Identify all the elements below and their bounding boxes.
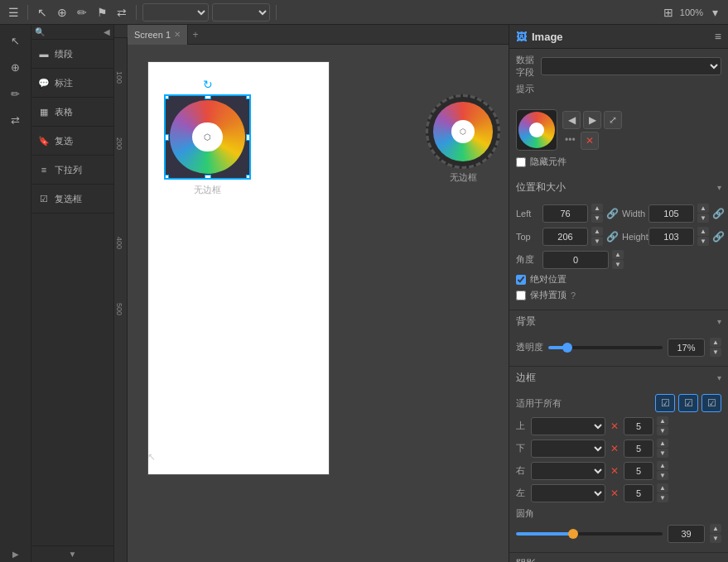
search-component[interactable]: 🔍 xyxy=(35,27,104,36)
left-down[interactable]: ▼ xyxy=(591,214,603,223)
border-top-value[interactable] xyxy=(624,417,653,435)
border-left-value[interactable] xyxy=(624,484,653,502)
resize-tc[interactable] xyxy=(205,94,211,99)
component-expand[interactable]: ▼ xyxy=(69,550,77,559)
height-up[interactable]: ▲ xyxy=(697,227,709,236)
border-check-3[interactable]: ☑ xyxy=(701,394,721,412)
section-书签[interactable]: 🔖 复选 xyxy=(31,130,113,151)
sidebar-pointer[interactable]: ↖ xyxy=(3,28,28,53)
left-sidebar-collapse[interactable]: ▶ xyxy=(12,550,19,559)
width-up[interactable]: ▲ xyxy=(697,204,709,213)
border-left-style[interactable] xyxy=(531,484,605,502)
corner-slider[interactable] xyxy=(516,532,663,536)
border-right-value[interactable] xyxy=(624,462,653,480)
section-标注[interactable]: 💬 标注 xyxy=(31,72,113,94)
canvas-viewport[interactable]: ↻ ⬡ 无边框 xyxy=(114,45,509,562)
image-more-icon[interactable]: ••• xyxy=(562,132,578,150)
angle-up[interactable]: ▲ xyxy=(612,250,624,259)
sidebar-paint[interactable]: ✏ xyxy=(3,81,28,106)
left-input[interactable]: 76 xyxy=(542,204,588,223)
corner-down[interactable]: ▼ xyxy=(710,534,721,543)
border-top-down[interactable]: ▼ xyxy=(657,426,668,435)
border-bottom-down[interactable]: ▼ xyxy=(657,449,668,458)
corner-up[interactable]: ▲ xyxy=(710,524,721,533)
opacity-slider[interactable] xyxy=(548,346,663,349)
opacity-down[interactable]: ▼ xyxy=(710,348,721,357)
section-下拉[interactable]: ≡ 下拉列 xyxy=(31,159,113,180)
resize-mr[interactable] xyxy=(246,134,251,141)
zoom-icon[interactable]: ⊞ xyxy=(660,4,677,21)
border-bottom-up[interactable]: ▲ xyxy=(657,439,668,448)
image-expand-btn[interactable]: ⤢ xyxy=(604,111,622,129)
sidebar-link[interactable]: ⇄ xyxy=(3,108,28,132)
angle-down[interactable]: ▼ xyxy=(612,260,624,269)
data-field-select[interactable] xyxy=(541,57,721,75)
section-复选框[interactable]: ☑ 复选框 xyxy=(31,188,113,209)
image-thumbnail[interactable] xyxy=(516,109,557,151)
height-link-icon[interactable]: 🔗 xyxy=(712,231,725,243)
component-collapse[interactable]: ◀ xyxy=(104,27,110,36)
border-right-up[interactable]: ▲ xyxy=(657,461,668,470)
section-表格[interactable]: ▦ 表格 xyxy=(31,101,113,122)
border-left-down[interactable]: ▼ xyxy=(657,493,668,502)
section-绩段[interactable]: ▬ 绩段 xyxy=(31,43,113,65)
flag-tool[interactable]: ⚑ xyxy=(94,4,110,21)
hide-element-checkbox[interactable] xyxy=(516,157,526,167)
font-style-select[interactable]: Regular xyxy=(212,3,270,22)
width-down[interactable]: ▼ xyxy=(697,214,709,223)
height-down[interactable]: ▼ xyxy=(697,237,709,246)
image-next-btn[interactable]: ▶ xyxy=(583,111,601,129)
connect-tool[interactable]: ⇄ xyxy=(113,4,130,21)
panel-menu-button[interactable]: ≡ xyxy=(715,30,721,43)
width-input[interactable] xyxy=(648,204,694,223)
search-tool[interactable]: ⊕ xyxy=(54,4,70,21)
opacity-thumb[interactable] xyxy=(562,343,572,353)
resize-tr[interactable] xyxy=(246,94,251,99)
border-right-down[interactable]: ▼ xyxy=(657,471,668,480)
corner-thumb[interactable] xyxy=(568,529,578,539)
height-input[interactable] xyxy=(648,228,694,246)
angle-input[interactable] xyxy=(542,251,609,269)
border-check-2[interactable]: ☑ xyxy=(678,394,698,412)
resize-tl[interactable] xyxy=(164,94,169,99)
opacity-up[interactable]: ▲ xyxy=(710,338,721,347)
background-section-header[interactable]: 背景 ▾ xyxy=(509,310,728,333)
left-link-icon[interactable]: 🔗 xyxy=(606,208,619,219)
pin-help-icon[interactable]: ? xyxy=(571,291,576,300)
top-input[interactable] xyxy=(542,228,588,246)
top-link-icon[interactable]: 🔗 xyxy=(606,231,619,243)
menu-icon[interactable]: ☰ xyxy=(5,4,22,21)
screen-tab-1[interactable]: Screen 1 ✕ xyxy=(128,25,188,45)
pointer-tool[interactable]: ↖ xyxy=(34,4,51,21)
absolute-pos-checkbox[interactable] xyxy=(516,275,526,285)
tab-close-icon[interactable]: ✕ xyxy=(174,30,181,39)
border-top-style[interactable] xyxy=(531,417,605,435)
resize-ml[interactable] xyxy=(164,134,169,141)
position-section-header[interactable]: 位置和大小 ▾ xyxy=(509,176,728,199)
width-link-icon[interactable]: 🔗 xyxy=(712,208,725,219)
resize-br[interactable] xyxy=(246,175,251,180)
border-bottom-style[interactable] xyxy=(531,440,605,458)
paint-tool[interactable]: ✏ xyxy=(74,4,90,21)
border-section-header[interactable]: 边框 ▾ xyxy=(509,367,728,389)
shadow-section-header[interactable]: 阴影 ▾ xyxy=(509,553,728,562)
top-up[interactable]: ▲ xyxy=(591,227,603,236)
border-check-1[interactable]: ☑ xyxy=(655,394,675,412)
sidebar-search[interactable]: ⊕ xyxy=(3,55,28,79)
left-up[interactable]: ▲ xyxy=(591,204,603,213)
border-left-up[interactable]: ▲ xyxy=(657,483,668,492)
add-screen-icon[interactable]: + xyxy=(188,25,203,45)
selected-image[interactable]: ↻ ⬡ 无边框 xyxy=(164,94,251,180)
rotate-handle[interactable]: ↻ xyxy=(201,78,215,91)
border-bottom-value[interactable] xyxy=(624,440,653,458)
resize-bl[interactable] xyxy=(164,175,169,180)
resize-bc[interactable] xyxy=(205,175,211,180)
top-down[interactable]: ▼ xyxy=(591,237,603,246)
border-right-style[interactable] xyxy=(531,462,605,480)
font-select[interactable]: Arial xyxy=(142,3,209,22)
image-prev-btn[interactable]: ◀ xyxy=(562,111,581,129)
pin-checkbox[interactable] xyxy=(516,291,526,300)
image-delete-btn[interactable]: ✕ xyxy=(581,132,599,150)
border-top-up[interactable]: ▲ xyxy=(657,416,668,425)
zoom-down-icon[interactable]: ▾ xyxy=(706,4,723,21)
